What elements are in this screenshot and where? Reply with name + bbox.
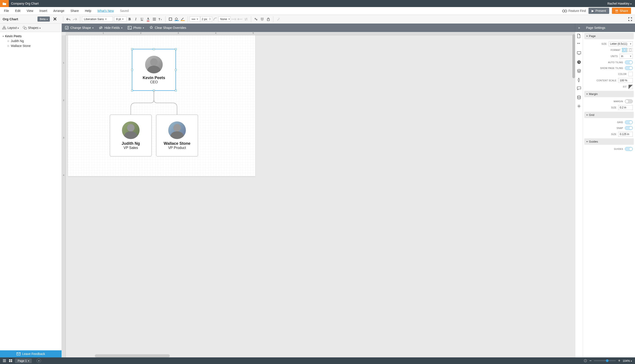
zoom-out-button[interactable]: − [589,358,592,363]
org-node-vp-sales[interactable]: Judith Ng VP Sales [110,114,152,156]
section-guides[interactable]: ▾Guides [584,138,634,145]
wrench-button[interactable] [276,17,281,22]
app-logo[interactable] [0,0,9,7]
tree-child[interactable]: Wallace Stone [3,44,59,48]
leave-feedback-button[interactable]: Leave Feedback [0,350,62,358]
add-page-button[interactable]: + [37,358,41,363]
quote-icon[interactable]: ”” [577,42,581,46]
format-landscape[interactable] [622,48,627,52]
grid-view-icon[interactable] [9,359,12,362]
document-title[interactable]: Company Org Chart [11,2,39,5]
swap-arrows-button[interactable] [244,17,249,22]
fit-button[interactable] [628,84,633,89]
list-view-icon[interactable] [3,359,6,362]
feature-find[interactable]: Feature Find [562,9,586,12]
show-tiling-toggle[interactable] [625,66,633,70]
bold-button[interactable]: B [127,17,132,22]
page-size-select[interactable]: Letter (8.5x11)▾ [608,42,633,46]
shapes-dropdown[interactable]: Shapes [23,26,40,30]
horizontal-scrollbar[interactable] [95,354,170,358]
layout-dropdown[interactable]: Layout [2,26,19,30]
org-node-vp-product[interactable]: Wallace Stone VP Product [156,114,198,156]
zoom-in-button[interactable]: + [618,358,620,363]
line-width-input[interactable]: 2 px ▴▾ [200,16,212,22]
font-size-select[interactable]: 8 pt▾ [114,16,127,22]
menu-view[interactable]: View [27,9,33,12]
change-shape-button[interactable]: Change Shape▾ [65,26,94,30]
section-grid[interactable]: ▾Grid [584,112,634,118]
canvas[interactable]: 1 2 3 4 5 1 2 3 4 Kevin Peets CEO [62,32,575,358]
present-button[interactable]: ▶ Present [588,8,609,14]
vertical-scrollbar[interactable] [572,34,575,78]
guides-toggle[interactable] [625,147,633,151]
magnet-button[interactable] [260,17,265,22]
hide-fields-button[interactable]: Hide Fields▾ [99,26,122,30]
clear-overrides-button[interactable]: Clear Shape Overrides [149,26,186,30]
units-select[interactable]: in▾ [619,54,633,58]
org-node-ceo[interactable]: Kevin Peets CEO [132,49,176,91]
arrow-end-button[interactable] [231,17,236,22]
presentation-icon[interactable] [577,51,581,55]
photo-button[interactable]: Photo▾ [128,26,144,30]
grid-size-input[interactable]: 0.125 in [618,132,633,136]
menu-arrange[interactable]: Arrange [53,9,64,12]
undo-button[interactable] [66,16,71,22]
page-canvas[interactable]: Kevin Peets CEO Judith Ng VP Sales Walla… [68,35,255,176]
lock-button[interactable] [266,17,271,22]
underline-button[interactable]: U [140,17,144,22]
arrow-start-button[interactable] [237,17,242,22]
page-color-swatch[interactable] [628,72,633,76]
tree-root[interactable]: ▾Kevin Peets [3,34,59,38]
align-button[interactable] [152,17,157,22]
close-panel-button[interactable]: ✕ [53,16,57,22]
auto-tiling-toggle[interactable] [625,60,633,64]
font-select[interactable]: Liberation Sans▾ [82,16,113,22]
comment-icon[interactable] [577,86,581,90]
history-icon[interactable] [577,60,581,64]
line-style-select[interactable]: ▾ [190,16,200,22]
format-portrait[interactable] [628,48,633,52]
section-margin[interactable]: ▾Margin [584,91,634,97]
italic-button[interactable]: I [133,17,138,22]
tree-child[interactable]: Judith Ng [3,38,59,44]
page-icon[interactable] [577,34,581,38]
sparkle-icon[interactable] [577,104,581,108]
redo-button[interactable] [72,16,78,22]
text-size-button[interactable]: TT [158,17,163,22]
menu-share[interactable]: Share [71,9,79,12]
shape-border-button[interactable] [168,17,173,22]
content-scale-input[interactable]: 100 % [618,78,633,83]
layers-icon[interactable] [577,69,581,73]
text-color-button[interactable]: A [146,17,151,22]
margin-toggle[interactable] [625,99,633,103]
menu-help[interactable]: Help [85,9,91,12]
data-icon[interactable] [577,96,581,99]
zoom-slider[interactable] [594,360,616,361]
menu-file[interactable]: File [4,9,9,12]
target-icon[interactable] [584,359,587,362]
svg-point-2 [615,10,616,11]
page-tab[interactable]: Page 1▾ [15,358,32,363]
beta-button[interactable]: Beta [38,16,50,22]
collapse-right-panel[interactable]: » [575,24,583,32]
margin-size-input[interactable]: 0.2 in [618,105,633,110]
line-shape-button[interactable] [213,17,218,22]
menu-insert[interactable]: Insert [40,9,47,12]
link-button[interactable] [254,17,258,22]
section-page[interactable]: ▾Page [584,33,634,39]
zoom-value[interactable]: 104% [623,359,632,362]
share-button[interactable]: Share [612,8,631,14]
fill-color-button[interactable] [174,17,179,22]
line-color-button[interactable] [180,17,185,22]
arrow-style-select[interactable]: None▾ [218,16,231,22]
menu-whats-new[interactable]: What's New [98,9,114,12]
user-menu[interactable]: Rachel Hawkley [607,2,631,5]
layout-icon [2,26,6,30]
theme-icon[interactable] [577,78,581,82]
snap-toggle[interactable] [625,126,633,130]
grid-toggle[interactable] [625,120,633,124]
person-name: Judith Ng [122,141,140,146]
menu-edit[interactable]: Edit [15,9,21,12]
svg-rect-7 [175,20,179,21]
fullscreen-button[interactable] [628,18,632,21]
